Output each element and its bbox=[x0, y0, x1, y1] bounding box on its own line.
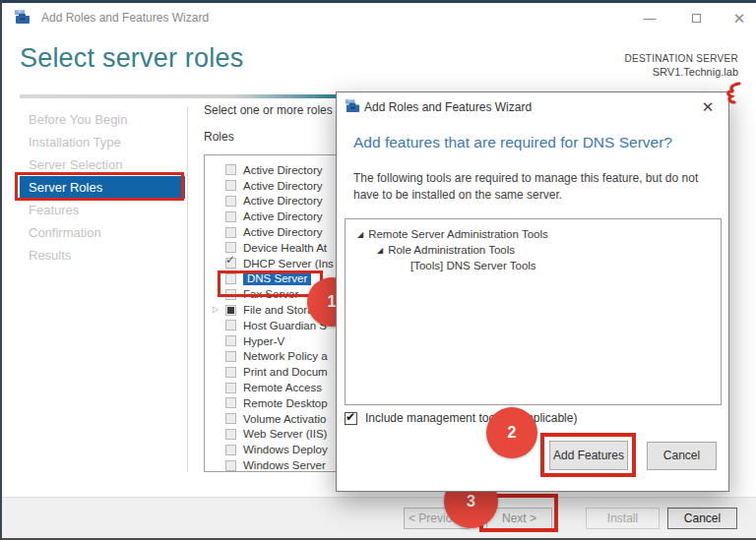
role-label: Device Health At bbox=[243, 242, 327, 254]
dialog-title: Add Roles and Features Wizard bbox=[364, 100, 532, 114]
dialog-heading: Add features that are required for DNS S… bbox=[353, 134, 672, 151]
role-checkbox[interactable] bbox=[225, 227, 236, 238]
tree-expanded-icon[interactable]: ◢ bbox=[357, 230, 363, 239]
window-left-border bbox=[0, 0, 2, 540]
role-label: Web Server (IIS) bbox=[243, 428, 327, 440]
role-checkbox[interactable]: ✓ bbox=[225, 258, 236, 269]
role-label: Host Guardian S bbox=[243, 320, 327, 331]
role-checkbox[interactable] bbox=[225, 289, 236, 300]
role-checkbox[interactable] bbox=[225, 273, 236, 284]
role-checkbox[interactable] bbox=[225, 180, 236, 191]
dialog-close-button[interactable]: ✕ bbox=[698, 98, 718, 116]
sidebar-item-before-you-begin: Before You Begin bbox=[20, 108, 185, 131]
click-scribble-icon bbox=[724, 82, 744, 109]
role-checkbox[interactable] bbox=[225, 413, 236, 424]
role-checkbox[interactable] bbox=[225, 164, 236, 175]
role-label: Active Directory bbox=[243, 226, 323, 238]
role-label: Active Directory bbox=[243, 195, 323, 207]
roles-list-label: Roles bbox=[204, 130, 234, 144]
role-label: File and Stora bbox=[243, 304, 314, 316]
required-features-tree[interactable]: ◢Remote Server Administration Tools◢Role… bbox=[345, 218, 722, 405]
role-label: Active Directory bbox=[243, 180, 323, 192]
header-divider-gradient bbox=[20, 94, 336, 98]
roles-wizard-icon bbox=[345, 98, 361, 118]
sidebar-item-features: Features bbox=[20, 199, 185, 221]
role-checkbox[interactable] bbox=[225, 211, 236, 222]
minimize-button[interactable]: — bbox=[637, 9, 662, 29]
page-title: Select server roles bbox=[20, 43, 243, 74]
role-checkbox[interactable] bbox=[225, 305, 236, 316]
role-checkbox[interactable] bbox=[225, 196, 236, 207]
include-management-tools-checkbox[interactable]: ✔ bbox=[345, 412, 357, 425]
wizard-step-sidebar: Before You BeginInstallation TypeServer … bbox=[20, 108, 185, 267]
tree-item[interactable]: [Tools] DNS Server Tools bbox=[353, 258, 713, 273]
dialog-cancel-button[interactable]: Cancel bbox=[647, 442, 717, 470]
role-checkbox[interactable] bbox=[225, 335, 236, 346]
cancel-button[interactable]: Cancel bbox=[667, 508, 737, 529]
tree-item[interactable]: ◢Remote Server Administration Tools bbox=[353, 226, 713, 242]
role-checkbox[interactable] bbox=[225, 397, 236, 408]
sidebar-item-server-selection: Server Selection bbox=[20, 153, 185, 176]
role-checkbox[interactable] bbox=[225, 242, 236, 253]
roles-instruction-text: Select one or more roles bbox=[204, 103, 333, 117]
role-label: DNS Server bbox=[243, 271, 311, 285]
annotation-step-2-badge: 2 bbox=[486, 407, 537, 458]
install-button[interactable]: Install bbox=[586, 508, 660, 529]
sidebar-content-divider bbox=[187, 106, 188, 472]
checkmark-icon: ✓ bbox=[225, 253, 235, 267]
indeterminate-icon bbox=[227, 307, 234, 314]
tree-item[interactable]: ◢Role Administration Tools bbox=[353, 242, 713, 258]
role-label: Volume Activatio bbox=[243, 413, 326, 425]
role-label: Fax Server bbox=[243, 288, 298, 300]
tree-item-label: [Tools] DNS Server Tools bbox=[410, 260, 536, 271]
role-checkbox[interactable] bbox=[225, 351, 236, 362]
sidebar-item-confirmation: Confirmation bbox=[20, 221, 185, 244]
role-checkbox[interactable] bbox=[225, 460, 236, 471]
dialog-body-text: The following tools are required to mana… bbox=[353, 170, 720, 203]
close-button[interactable]: ✕ bbox=[726, 9, 752, 29]
destination-server-name: SRV1.Technig.lab bbox=[624, 66, 738, 78]
role-label: Windows Server bbox=[243, 459, 326, 471]
dialog-title-bar: Add Roles and Features Wizard ✕ bbox=[337, 92, 728, 122]
role-label: DHCP Server (Ins bbox=[243, 258, 334, 270]
role-label: Hyper-V bbox=[243, 335, 284, 347]
sidebar-item-server-roles[interactable]: Server Roles bbox=[20, 176, 185, 199]
tree-expanded-icon[interactable]: ◢ bbox=[377, 246, 383, 255]
window-title: Add Roles and Features Wizard bbox=[41, 11, 209, 25]
maximize-icon bbox=[692, 14, 701, 23]
role-checkbox[interactable] bbox=[225, 429, 236, 440]
wizard-footer: < Previous Next > Install Cancel bbox=[2, 497, 756, 538]
role-label: Print and Docum bbox=[243, 366, 328, 378]
role-label: Remote Desktop bbox=[243, 397, 328, 409]
destination-server-block: DESTINATION SERVER SRV1.Technig.lab bbox=[624, 53, 738, 78]
role-label: Remote Access bbox=[243, 382, 322, 393]
role-checkbox[interactable] bbox=[225, 367, 236, 378]
role-checkbox[interactable] bbox=[225, 383, 236, 393]
role-label: Windows Deploy bbox=[243, 444, 328, 455]
sidebar-item-installation-type: Installation Type bbox=[20, 131, 185, 153]
include-management-tools-row[interactable]: ✔ Include management tools (if applicabl… bbox=[345, 411, 577, 425]
role-checkbox[interactable] bbox=[225, 445, 236, 455]
role-label: Active Directory bbox=[243, 210, 323, 222]
tree-item-label: Remote Server Administration Tools bbox=[368, 228, 548, 240]
role-label: Active Directory bbox=[243, 164, 323, 176]
add-features-button[interactable]: Add Features bbox=[549, 441, 628, 470]
title-bar: Add Roles and Features Wizard — ✕ bbox=[2, 3, 756, 32]
tree-item-label: Role Administration Tools bbox=[388, 244, 515, 256]
role-checkbox[interactable] bbox=[225, 320, 236, 330]
sidebar-item-results: Results bbox=[20, 244, 185, 267]
maximize-button[interactable] bbox=[683, 9, 709, 29]
expander-arrow-icon[interactable]: ▷ bbox=[213, 305, 219, 314]
include-management-tools-label: Include management tools (if applicable) bbox=[365, 411, 577, 425]
checkmark-icon: ✔ bbox=[346, 410, 355, 424]
destination-server-label: DESTINATION SERVER bbox=[624, 53, 738, 64]
roles-wizard-icon bbox=[14, 9, 32, 30]
role-label: Network Policy a bbox=[243, 350, 328, 362]
